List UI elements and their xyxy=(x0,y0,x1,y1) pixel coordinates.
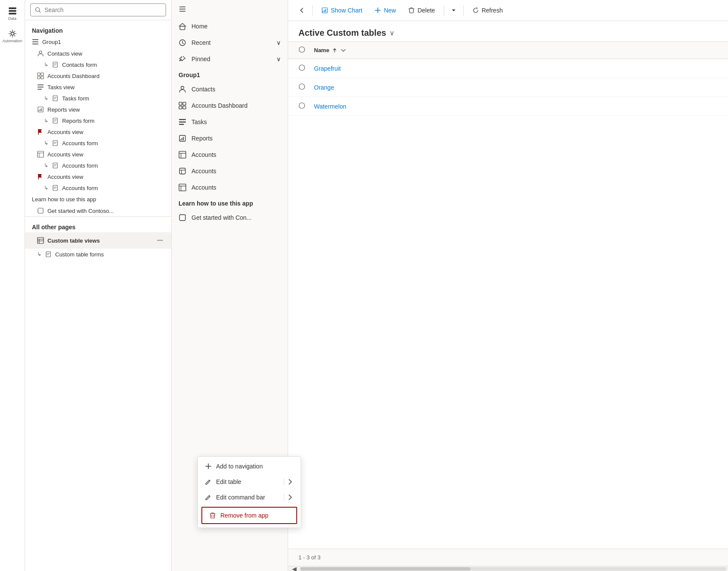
custom-table-views-item[interactable]: Custom table views ··· xyxy=(25,232,171,249)
name-column-header[interactable]: Name xyxy=(314,47,346,53)
svg-point-88 xyxy=(299,84,305,90)
form-icon3 xyxy=(52,117,59,124)
nav-item-custom-table-forms[interactable]: ↳ Custom table forms xyxy=(25,249,171,260)
nav-item-get-started[interactable]: Get started with Contoso... xyxy=(25,205,171,216)
table-row[interactable]: Watermelon xyxy=(288,97,728,116)
sidebar-item-data[interactable]: Data xyxy=(2,3,23,24)
middle-nav-accounts-1[interactable]: Accounts xyxy=(172,147,288,163)
pin-icon xyxy=(179,55,186,63)
middle-nav-accounts-3[interactable]: Accounts xyxy=(172,179,288,196)
svg-rect-72 xyxy=(179,184,186,191)
edit-command-bar-menu-item[interactable]: Edit command bar xyxy=(198,490,301,505)
dashboard-icon2 xyxy=(179,102,186,109)
svg-point-89 xyxy=(299,103,305,109)
form-icon5 xyxy=(52,162,59,169)
svg-point-87 xyxy=(299,65,305,71)
nav-item-contacts-view[interactable]: Contacts view xyxy=(25,48,171,59)
more-button[interactable] xyxy=(448,4,460,16)
svg-rect-9 xyxy=(53,62,57,67)
svg-rect-75 xyxy=(179,215,185,221)
svg-rect-6 xyxy=(32,41,38,42)
table-row[interactable]: Grapefruit xyxy=(288,59,728,78)
nav-item-accounts-view-3[interactable]: Accounts view xyxy=(25,171,171,182)
middle-nav-tasks[interactable]: Tasks xyxy=(172,114,288,130)
scroll-left-button[interactable]: ◀ xyxy=(290,565,298,571)
svg-rect-7 xyxy=(32,44,38,44)
scroll-track[interactable] xyxy=(300,567,726,571)
delete-button[interactable]: Delete xyxy=(403,4,440,16)
svg-rect-38 xyxy=(53,185,57,190)
edit-table-menu-item[interactable]: Edit table xyxy=(198,474,301,490)
data-icon xyxy=(8,7,17,16)
record-link-watermelon[interactable]: Watermelon xyxy=(314,103,346,110)
contacts-icon xyxy=(179,85,186,93)
record-link-grapefruit[interactable]: Grapefruit xyxy=(314,65,341,72)
row-checkbox-1[interactable] xyxy=(298,64,305,71)
row-checkbox-3[interactable] xyxy=(298,102,305,109)
table-header: Name xyxy=(288,42,728,59)
table-area: Name Grapefruit xyxy=(288,42,728,549)
middle-nav-contacts[interactable]: Contacts xyxy=(172,81,288,97)
nav-item-reports-view[interactable]: Reports view xyxy=(25,104,171,115)
refresh-button[interactable]: Refresh xyxy=(467,4,508,16)
hamburger-button[interactable] xyxy=(172,0,288,18)
more-options-button[interactable]: ··· xyxy=(154,234,166,246)
row-checkbox-2[interactable] xyxy=(298,83,305,90)
remove-from-app-menu-item[interactable]: Remove from app xyxy=(201,507,297,524)
svg-rect-32 xyxy=(38,151,44,157)
sort-toggle-icon xyxy=(340,47,346,53)
nav-item-accounts-form-1[interactable]: ↳ Accounts form xyxy=(25,137,171,149)
record-link-orange[interactable]: Orange xyxy=(314,84,334,91)
sidebar-item-automation[interactable]: Automation xyxy=(2,26,23,47)
learn-section-title: Learn how to use this app xyxy=(172,196,288,209)
select-all-checkbox[interactable] xyxy=(298,46,305,53)
toolbar-divider-1 xyxy=(312,5,313,16)
clock-icon xyxy=(179,39,186,47)
toolbar-divider-2 xyxy=(444,5,444,16)
get-started-icon xyxy=(179,214,186,222)
table-row[interactable]: Orange xyxy=(288,78,728,97)
nav-item-accounts-dashboard[interactable]: Accounts Dashboard xyxy=(25,70,171,81)
svg-point-3 xyxy=(11,32,14,35)
add-to-navigation-menu-item[interactable]: Add to navigation xyxy=(198,459,301,474)
show-chart-button[interactable]: Show Chart xyxy=(316,4,367,16)
middle-nav-accounts-dashboard[interactable]: Accounts Dashboard xyxy=(172,97,288,114)
nav-item-contacts-form[interactable]: ↳ Contacts form xyxy=(25,59,171,70)
table-icon xyxy=(37,237,44,244)
nav-item-accounts-view-2[interactable]: Accounts view xyxy=(25,149,171,160)
svg-rect-26 xyxy=(53,118,57,123)
svg-rect-62 xyxy=(179,135,185,141)
svg-rect-22 xyxy=(38,107,43,112)
title-chevron[interactable]: ∨ xyxy=(389,29,395,37)
edit-command-icon xyxy=(205,494,212,501)
nav-item-reports-form[interactable]: ↳ Reports form xyxy=(25,115,171,126)
search-input-wrap[interactable] xyxy=(30,3,166,16)
nav-item-accounts-form-3[interactable]: ↳ Accounts form xyxy=(25,182,171,193)
automation-label: Automation xyxy=(3,39,22,43)
scroll-thumb[interactable] xyxy=(300,567,471,571)
nav-item-accounts-form-2[interactable]: ↳ Accounts form xyxy=(25,160,171,171)
middle-nav-accounts-2[interactable]: Accounts xyxy=(172,163,288,179)
form-icon7 xyxy=(45,251,52,258)
svg-rect-18 xyxy=(38,89,42,90)
add-icon xyxy=(205,463,212,470)
form-icon6 xyxy=(52,184,59,191)
middle-nav-home[interactable]: Home xyxy=(172,18,288,34)
submenu-arrow-icon xyxy=(287,478,294,485)
svg-point-54 xyxy=(181,86,184,89)
horizontal-scrollbar[interactable]: ◀ xyxy=(288,566,728,571)
middle-nav-get-started[interactable]: Get started with Con... xyxy=(172,209,288,226)
nav-item-tasks-view[interactable]: Tasks view xyxy=(25,81,171,93)
nav-item-accounts-view-1[interactable]: Accounts view xyxy=(25,126,171,137)
data-label: Data xyxy=(8,16,16,21)
svg-rect-46 xyxy=(46,252,50,257)
middle-nav-recent[interactable]: Recent ∨ xyxy=(172,34,288,51)
search-input[interactable] xyxy=(44,6,161,13)
navigation-title: Navigation xyxy=(25,24,171,36)
middle-nav-reports[interactable]: Reports xyxy=(172,130,288,147)
back-button[interactable] xyxy=(295,3,309,17)
middle-nav-pinned[interactable]: Pinned ∨ xyxy=(172,51,288,67)
group1-label[interactable]: Group1 xyxy=(25,36,171,48)
new-button[interactable]: New xyxy=(369,4,401,16)
nav-item-tasks-form[interactable]: ↳ Tasks form xyxy=(25,93,171,104)
